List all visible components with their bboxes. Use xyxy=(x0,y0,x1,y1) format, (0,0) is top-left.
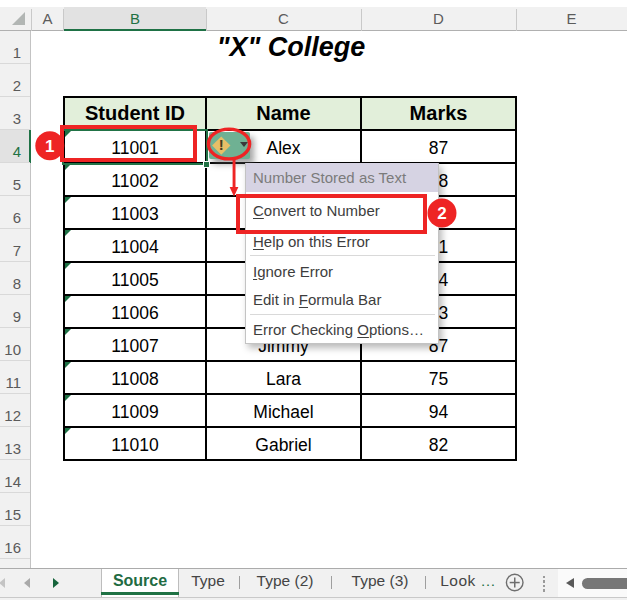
svg-text:2: 2 xyxy=(437,204,446,223)
svg-text:1: 1 xyxy=(45,137,54,156)
